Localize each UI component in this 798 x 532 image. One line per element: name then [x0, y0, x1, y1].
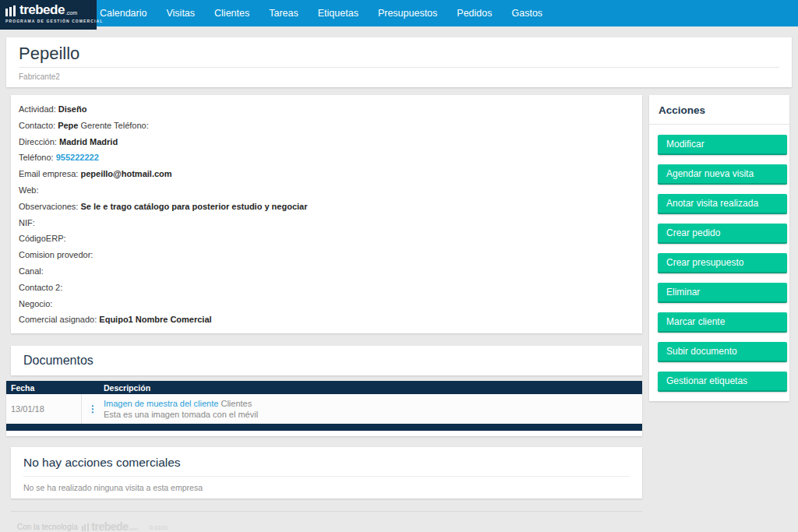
- detail-field: Email empresa: pepeillo@hotmail.com: [19, 169, 634, 178]
- field-value: Diseño: [58, 104, 87, 114]
- action-button-eliminar[interactable]: Eliminar: [658, 283, 787, 303]
- field-label: Web:: [19, 185, 38, 195]
- field-label: Actividad:: [19, 104, 58, 114]
- detail-field: Actividad: Diseño: [19, 104, 634, 114]
- field-label: Comision provedor:: [19, 250, 93, 259]
- action-button-agendar-nueva-visita[interactable]: Agendar nueva visita: [658, 164, 787, 185]
- field-label: Observaciones:: [19, 202, 80, 211]
- field-suffix: Gerente Teléfono:: [78, 121, 148, 130]
- phone-link[interactable]: 955222222: [56, 153, 99, 162]
- commercial-actions-card: No hay acciones comerciales No se ha rea…: [11, 447, 642, 499]
- field-label: Contacto:: [19, 121, 58, 130]
- field-value: Equipo1 Nombre Comercial: [99, 315, 211, 324]
- nav-item-pedidos[interactable]: Pedidos: [457, 8, 492, 19]
- nav-item-presupuestos[interactable]: Presupuestos: [378, 8, 437, 19]
- document-link-suffix: Clientes: [218, 399, 252, 408]
- document-description: Imagen de muestra del cliente ClientesEs…: [104, 394, 642, 424]
- documents-title: Documentos: [23, 354, 630, 368]
- field-label: Teléfono:: [19, 153, 56, 162]
- nav-item-visitas[interactable]: Visitas: [166, 8, 195, 19]
- nav-item-etiquetas[interactable]: Etiquetas: [318, 8, 358, 19]
- page-footer: Con la tecnología trebede .com 0.0101: [11, 511, 642, 532]
- column-header-descripcion: Descripción: [104, 383, 642, 393]
- column-header-fecha: Fecha: [6, 383, 82, 393]
- action-button-marcar-cliente[interactable]: Marcar cliente: [658, 312, 787, 333]
- document-note: Esta es una imagen tomada con el mévil: [104, 409, 642, 420]
- footer-prefix: Con la tecnología: [17, 523, 78, 531]
- action-button-subir-documento[interactable]: Subir documento: [658, 342, 787, 362]
- logo-bars-icon: [5, 5, 17, 16]
- footer-brand-tld: .com: [128, 527, 138, 531]
- field-value: Se le e trago catálogo para posterior es…: [80, 202, 307, 211]
- page-subtitle: Fabricante2: [19, 68, 779, 84]
- commercial-actions-title: No hay acciones comerciales: [23, 456, 630, 477]
- page-title: Pepeillo: [19, 44, 779, 68]
- documents-table-footer-bar: [6, 424, 642, 431]
- detail-field: Dirección: Madrid Madrid: [19, 137, 634, 146]
- field-label: Comercial asignado:: [19, 315, 99, 324]
- action-button-anotar-visita-realizada[interactable]: Anotar visita realizada: [658, 194, 787, 214]
- field-value: Madrid Madrid: [59, 137, 118, 146]
- detail-field: Comision provedor:: [19, 250, 634, 259]
- field-value: Pepe: [58, 121, 78, 130]
- detail-field: Contacto 2:: [19, 283, 634, 292]
- documents-table: Fecha Descripción 13/01/18⋮Imagen de mue…: [6, 381, 642, 436]
- footer-version: 0.0101: [149, 524, 168, 531]
- detail-field: Web:: [19, 185, 634, 195]
- actions-card: Acciones ModificarAgendar nueva visitaAn…: [649, 95, 789, 401]
- detail-field: Teléfono: 955222222: [19, 153, 634, 162]
- nav-item-calendario[interactable]: Calendario: [100, 8, 147, 19]
- company-details-card: Actividad: DiseñoContacto: Pepe Gerente …: [11, 95, 642, 333]
- action-button-gestionar-etiquetas[interactable]: Gestionar etiquetas: [658, 372, 787, 392]
- actions-title: Acciones: [649, 104, 789, 125]
- field-label: Contacto 2:: [19, 283, 62, 292]
- detail-field: CódigoERP:: [19, 234, 634, 243]
- brand-name: trebede: [19, 3, 65, 16]
- top-navbar: trebede .com PROGRAMA DE GESTIÓN COMERCI…: [0, 0, 798, 26]
- detail-field: Negocio:: [19, 299, 634, 308]
- footer-brand: trebede: [91, 523, 128, 531]
- nav-item-gastos[interactable]: Gastos: [512, 8, 543, 19]
- document-icon-cell: ⋮: [82, 394, 104, 424]
- commercial-actions-message: No se ha realizado ninguna visita a esta…: [23, 477, 630, 492]
- document-link[interactable]: Imagen de muestra del cliente: [104, 399, 218, 408]
- field-label: NIF:: [19, 218, 35, 227]
- field-label: Canal:: [19, 266, 44, 276]
- documents-heading-card: Documentos: [11, 346, 642, 375]
- documents-table-header: Fecha Descripción: [6, 381, 642, 394]
- nav-items: CalendarioVisitasClientesTareasEtiquetas…: [100, 0, 542, 26]
- page-content: Pepeillo Fabricante2 Actividad: DiseñoCo…: [0, 37, 798, 532]
- detail-field: Comercial asignado: Equipo1 Nombre Comer…: [19, 315, 634, 324]
- detail-field: Observaciones: Se le e trago catálogo pa…: [19, 202, 634, 211]
- brand-tagline: PROGRAMA DE GESTIÓN COMERCIAL: [5, 19, 92, 23]
- main-column: Actividad: DiseñoContacto: Pepe Gerente …: [6, 95, 642, 532]
- action-button-crear-pedido[interactable]: Crear pedido: [658, 224, 787, 244]
- field-value: pepeillo@hotmail.com: [80, 169, 171, 178]
- field-label: Dirección:: [19, 137, 59, 146]
- detail-field: Contacto: Pepe Gerente Teléfono:: [19, 121, 634, 130]
- field-label: CódigoERP:: [19, 234, 66, 243]
- nav-item-tareas[interactable]: Tareas: [269, 8, 298, 19]
- sidebar-column: Acciones ModificarAgendar nueva visitaAn…: [649, 95, 789, 401]
- action-button-crear-presupuesto[interactable]: Crear presupuesto: [658, 253, 787, 273]
- action-button-modificar[interactable]: Modificar: [658, 135, 787, 155]
- detail-field: Canal:: [19, 266, 634, 276]
- footer-logo-bars-icon: [82, 523, 90, 531]
- brand-tld: .com: [65, 10, 77, 16]
- brand-logo[interactable]: trebede .com PROGRAMA DE GESTIÓN COMERCI…: [0, 0, 97, 30]
- document-row: 13/01/18⋮Imagen de muestra del cliente C…: [6, 394, 642, 424]
- actions-buttons: ModificarAgendar nueva visitaAnotar visi…: [649, 135, 789, 392]
- field-label: Negocio:: [19, 299, 52, 308]
- document-menu-icon[interactable]: ⋮: [88, 404, 97, 414]
- document-date: 13/01/18: [6, 394, 82, 424]
- nav-item-clientes[interactable]: Clientes: [214, 8, 249, 19]
- company-header-card: Pepeillo Fabricante2: [6, 37, 792, 87]
- documents-rows: 13/01/18⋮Imagen de muestra del cliente C…: [6, 394, 642, 424]
- field-label: Email empresa:: [19, 169, 80, 178]
- detail-field: NIF:: [19, 218, 634, 227]
